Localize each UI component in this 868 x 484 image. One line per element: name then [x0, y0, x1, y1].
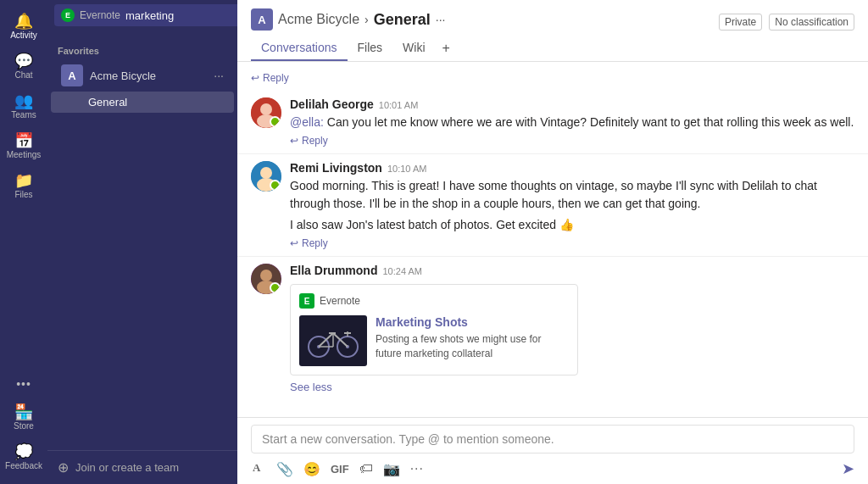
tab-wiki[interactable]: Wiki: [392, 36, 435, 61]
nav-label-store: Store: [14, 421, 34, 431]
classification-badge: No classification: [769, 14, 854, 31]
avatar-delilah: [251, 97, 281, 128]
channel-meta: Private No classification: [719, 14, 854, 31]
reply-arrow-remi: ↩: [290, 237, 298, 249]
nav-item-more[interactable]: •••: [5, 370, 42, 398]
sender-ella: Ella Drummond: [290, 264, 377, 277]
join-create-icon: ⊕: [58, 459, 69, 476]
input-toolbar: A 📎 😊 GIF 🏷 📷 ··· ➤: [251, 457, 854, 481]
sender-remi: Remi Livingston: [290, 161, 382, 175]
message-text-remi-line2: I also saw Jon's latest batch of photos.…: [290, 216, 854, 234]
time-remi: 10:10 AM: [387, 164, 426, 174]
message-body-delilah: Delilah George 10:01 AM @ella: Can you l…: [290, 97, 854, 147]
giphy-tool[interactable]: GIF: [329, 461, 351, 477]
chat-icon: 💬: [14, 53, 33, 69]
nav-bar: 🔔 Activity 💬 Chat 👥 Teams 📅 Meetings 📁 F…: [0, 0, 47, 484]
feedback-icon: 💭: [14, 444, 33, 459]
reply-text-delilah: Reply: [302, 135, 328, 147]
message-header-remi: Remi Livingston 10:10 AM: [290, 161, 854, 175]
sidebar: E Evernote × Favorites A Acme Bicycle ··…: [47, 0, 237, 484]
svg-text:A: A: [253, 461, 261, 474]
svg-point-11: [257, 281, 275, 294]
svg-point-8: [257, 178, 275, 192]
tab-files[interactable]: Files: [348, 36, 393, 61]
emoji-tool[interactable]: 😊: [302, 459, 322, 479]
message-text-remi-line1: Good morning. This is great! I have some…: [290, 177, 854, 213]
nav-label-meetings: Meetings: [7, 150, 42, 159]
evernote-thumbnail: [299, 315, 367, 366]
nav-item-teams[interactable]: 👥 Teams: [0, 86, 47, 126]
files-icon: 📁: [14, 173, 33, 188]
format-tool[interactable]: A: [251, 459, 268, 479]
meetings-icon: 📅: [14, 133, 33, 148]
team-more-button[interactable]: ···: [210, 67, 227, 84]
messages-area: ↩ Reply Delilah George 10:01 AM @ella:: [237, 62, 868, 417]
sidebar-team-acme[interactable]: A Acme Bicycle ···: [51, 59, 234, 92]
tab-conversations[interactable]: Conversations: [251, 36, 348, 61]
mention-ella: @ella:: [290, 115, 324, 129]
nav-item-files[interactable]: 📁 Files: [0, 166, 47, 206]
message-content-delilah: Can you let me know where we are with Vi…: [327, 115, 854, 129]
svg-point-7: [260, 167, 272, 179]
time-delilah: 10:01 AM: [379, 100, 418, 110]
private-badge: Private: [719, 14, 762, 31]
message-group-ella: Ella Drummond 10:24 AM E Evernote: [237, 256, 868, 400]
team-name: Acme Bicycle: [90, 70, 210, 82]
channel-title-meta-row: A Acme Bicycle › General ··· Private No …: [251, 8, 854, 36]
evernote-search-icon: E: [61, 8, 75, 22]
main-content: A Acme Bicycle › General ··· Private No …: [237, 0, 868, 484]
message-group-remi: Remi Livingston 10:10 AM Good morning. T…: [237, 153, 868, 256]
message-group-delilah: Delilah George 10:01 AM @ella: Can you l…: [237, 91, 868, 153]
nav-label-teams: Teams: [11, 110, 36, 120]
search-evernote-label: Evernote: [80, 9, 120, 21]
channel-more-button[interactable]: ···: [436, 13, 446, 26]
teams-icon: 👥: [14, 93, 33, 108]
reply-link-top[interactable]: ↩ Reply: [237, 69, 868, 91]
nav-item-chat[interactable]: 💬 Chat: [0, 47, 47, 86]
add-tab-button[interactable]: +: [436, 36, 457, 61]
reply-text-remi: Reply: [302, 237, 328, 249]
message-header-ella: Ella Drummond 10:24 AM: [290, 264, 854, 277]
see-less-link[interactable]: See less: [290, 376, 854, 393]
more-tools-button[interactable]: ···: [409, 459, 426, 478]
channel-tabs: Conversations Files Wiki +: [251, 36, 854, 61]
sticker-tool[interactable]: 🏷: [358, 459, 375, 478]
channel-team-name: Acme Bicycle: [278, 12, 359, 27]
evernote-title[interactable]: Marketing Shots: [376, 315, 569, 329]
reply-link-remi[interactable]: ↩ Reply: [290, 234, 854, 249]
nav-item-activity[interactable]: 🔔 Activity: [0, 7, 47, 47]
send-button[interactable]: ➤: [842, 459, 854, 478]
channel-name-heading: General: [374, 11, 431, 29]
svg-point-4: [260, 103, 272, 115]
evernote-app-name: Evernote: [320, 295, 360, 307]
nav-label-files: Files: [14, 190, 32, 199]
top-bar: E Evernote ×: [47, 0, 237, 31]
more-icon: •••: [16, 377, 31, 391]
nav-label-feedback: Feedback: [5, 461, 42, 470]
avatar-ella: [251, 264, 281, 294]
activity-icon: 🔔: [14, 14, 33, 29]
nav-item-feedback[interactable]: 💭 Feedback: [5, 437, 42, 477]
channel-team-avatar: A: [251, 8, 273, 31]
message-body-ella: Ella Drummond 10:24 AM E Evernote: [290, 264, 854, 393]
reply-link-delilah[interactable]: ↩ Reply: [290, 131, 854, 147]
nav-label-chat: Chat: [14, 70, 32, 80]
evernote-card: E Evernote: [290, 284, 578, 376]
evernote-logo: E: [299, 293, 314, 309]
sender-delilah: Delilah George: [290, 97, 374, 111]
reply-arrow-delilah: ↩: [290, 135, 298, 147]
nav-item-store[interactable]: 🏪 Store: [5, 398, 42, 437]
nav-item-meetings[interactable]: 📅 Meetings: [0, 126, 47, 166]
message-input[interactable]: Start a new conversation. Type @ to ment…: [251, 425, 854, 453]
message-input-area: Start a new conversation. Type @ to ment…: [237, 417, 868, 484]
reply-label-top: Reply: [263, 72, 289, 84]
sidebar-channel-general[interactable]: General: [51, 92, 234, 113]
join-create-team[interactable]: ⊕ Join or create a team: [47, 450, 237, 484]
meet-tool[interactable]: 📷: [381, 459, 402, 479]
message-body-remi: Remi Livingston 10:10 AM Good morning. T…: [290, 161, 854, 249]
avatar-remi: [251, 161, 281, 192]
nav-label-activity: Activity: [10, 31, 37, 40]
attach-tool[interactable]: 📎: [275, 459, 295, 479]
channel-name: General: [88, 96, 127, 108]
message-header-delilah: Delilah George 10:01 AM: [290, 97, 854, 111]
